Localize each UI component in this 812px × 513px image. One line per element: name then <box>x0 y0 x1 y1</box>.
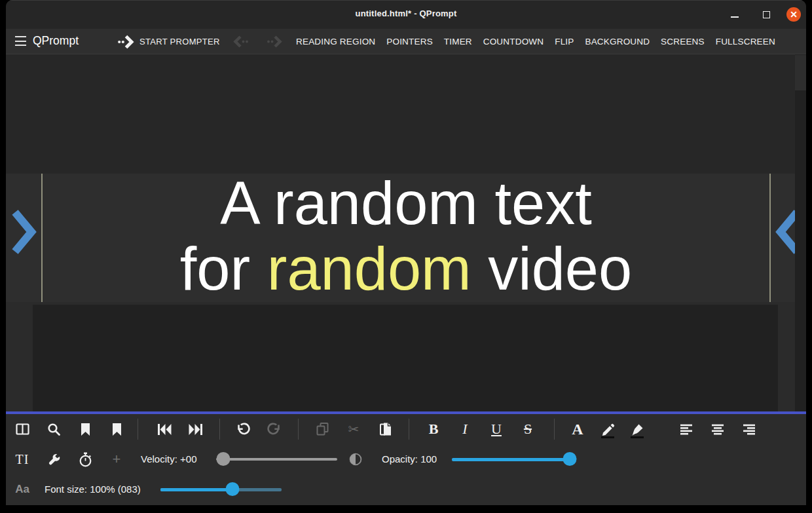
prompt-line-1: A random text <box>6 170 806 236</box>
font-size-slider-fill <box>160 488 232 491</box>
menu-flip[interactable]: FLIP <box>555 37 574 47</box>
nav-back-arrow-icon <box>233 35 249 48</box>
strikethrough-button[interactable]: S <box>515 417 541 442</box>
maximize-button[interactable] <box>759 7 773 22</box>
minimize-button[interactable] <box>728 7 742 22</box>
font-size-slider-handle[interactable] <box>226 482 240 496</box>
paintbrush-button[interactable] <box>624 417 650 442</box>
highlighted-word: random <box>267 235 471 302</box>
velocity-slider-handle[interactable] <box>217 452 231 466</box>
opacity-slider[interactable] <box>452 444 573 474</box>
font-color-label: A <box>572 421 583 438</box>
toolbar-menu: READING REGION POINTERS TIMER COUNTDOWN … <box>296 29 775 54</box>
highlighter-pencil-icon <box>601 423 615 436</box>
prompter-scrollbar[interactable] <box>795 54 806 411</box>
close-icon: ✕ <box>790 7 798 22</box>
prompt-text[interactable]: A random text for random video <box>6 170 806 301</box>
paste-icon <box>379 422 392 436</box>
editor-toolbar-row-1: ✂ B I U <box>6 414 806 444</box>
titlebar: untitled.html* - QPrompt ✕ <box>6 0 806 29</box>
hamburger-menu-icon <box>15 36 26 37</box>
bookmark-icon <box>80 423 91 436</box>
tools-button[interactable] <box>41 447 67 472</box>
font-size-label: Font size: 100% (083) <box>45 484 141 495</box>
previous-marker-button[interactable] <box>233 35 249 50</box>
separator <box>219 419 220 440</box>
scrollbar-thumb[interactable] <box>795 55 806 90</box>
italic-label: I <box>462 421 467 438</box>
add-marker-button[interactable]: + <box>103 447 130 472</box>
velocity-slider[interactable] <box>216 444 337 474</box>
font-size-icon-button: Aa <box>9 477 35 502</box>
align-center-button[interactable] <box>705 417 731 442</box>
nav-forward-arrow-icon <box>266 35 282 48</box>
highlighter-button[interactable] <box>595 417 621 442</box>
skip-backward-button[interactable] <box>151 417 177 442</box>
font-color-button[interactable]: A <box>564 417 591 442</box>
minimize-icon <box>731 16 739 18</box>
next-marker-button[interactable] <box>266 35 282 50</box>
align-left-button[interactable] <box>673 417 699 442</box>
align-right-icon <box>743 424 756 435</box>
opacity-slider-handle[interactable] <box>563 452 577 466</box>
skip-backward-icon <box>157 423 172 436</box>
text-settings-icon: TI <box>16 452 29 467</box>
velocity-slider-track <box>216 458 337 461</box>
font-size-slider[interactable] <box>160 474 282 504</box>
maximize-icon <box>763 11 770 18</box>
main-toolbar: QPrompt START PROMPTER <box>6 29 806 54</box>
skip-forward-button[interactable] <box>183 417 209 442</box>
velocity-label: Velocity: +00 <box>141 453 196 465</box>
menu-background[interactable]: BACKGROUND <box>585 37 650 47</box>
start-prompter-arrow-icon <box>117 34 135 50</box>
screen: untitled.html* - QPrompt ✕ QPrompt <box>0 0 812 513</box>
undo-button[interactable] <box>230 417 256 442</box>
paintbrush-color-bar <box>631 436 644 438</box>
bookmark-alt-icon <box>111 423 122 436</box>
menu-button[interactable] <box>15 36 26 46</box>
bookmark-alt-button[interactable] <box>103 417 130 442</box>
contrast-button[interactable] <box>342 447 369 472</box>
align-center-icon <box>711 424 724 435</box>
editor-toolbar: ✂ B I U <box>6 414 806 505</box>
underline-button[interactable]: U <box>483 417 509 442</box>
copy-button[interactable] <box>309 417 335 442</box>
close-button[interactable]: ✕ <box>786 7 801 22</box>
app-name: QPrompt <box>33 34 79 48</box>
separator <box>409 419 409 440</box>
font-size-icon: Aa <box>15 483 29 496</box>
contrast-icon <box>349 453 362 466</box>
separator <box>554 419 555 440</box>
menu-reading-region[interactable]: READING REGION <box>296 37 375 47</box>
search-button[interactable] <box>41 417 67 442</box>
align-left-icon <box>680 424 693 435</box>
paste-button[interactable] <box>373 417 399 442</box>
align-right-button[interactable] <box>736 417 762 442</box>
bookmark-button[interactable] <box>72 417 98 442</box>
menu-countdown[interactable]: COUNTDOWN <box>483 37 544 47</box>
italic-button[interactable]: I <box>452 417 478 442</box>
editor-text-area[interactable] <box>33 305 778 411</box>
underline-label: U <box>491 421 502 438</box>
search-icon <box>47 423 61 436</box>
bold-button[interactable]: B <box>420 417 447 442</box>
cut-scissors-icon: ✂ <box>348 421 360 437</box>
prompt-line-2: for random video <box>6 236 806 301</box>
text-settings-button[interactable]: TI <box>9 447 35 472</box>
menu-pointers[interactable]: POINTERS <box>386 37 433 47</box>
strikethrough-label: S <box>524 421 532 438</box>
separator <box>138 419 138 440</box>
opacity-slider-track <box>452 458 573 461</box>
cut-button[interactable]: ✂ <box>341 417 367 442</box>
menu-screens[interactable]: SCREENS <box>661 37 705 47</box>
start-prompter-label: START PROMPTER <box>139 37 220 47</box>
split-view-button[interactable] <box>9 417 35 442</box>
redo-button[interactable] <box>261 417 287 442</box>
split-view-icon <box>16 423 29 435</box>
prompter-area[interactable]: A random text for random video <box>6 54 806 411</box>
start-prompter-button[interactable]: START PROMPTER <box>117 33 220 50</box>
menu-timer[interactable]: TIMER <box>444 37 472 47</box>
menu-fullscreen[interactable]: FULLSCREEN <box>716 37 775 47</box>
plus-icon: + <box>113 451 121 468</box>
timer-button[interactable] <box>72 447 98 472</box>
